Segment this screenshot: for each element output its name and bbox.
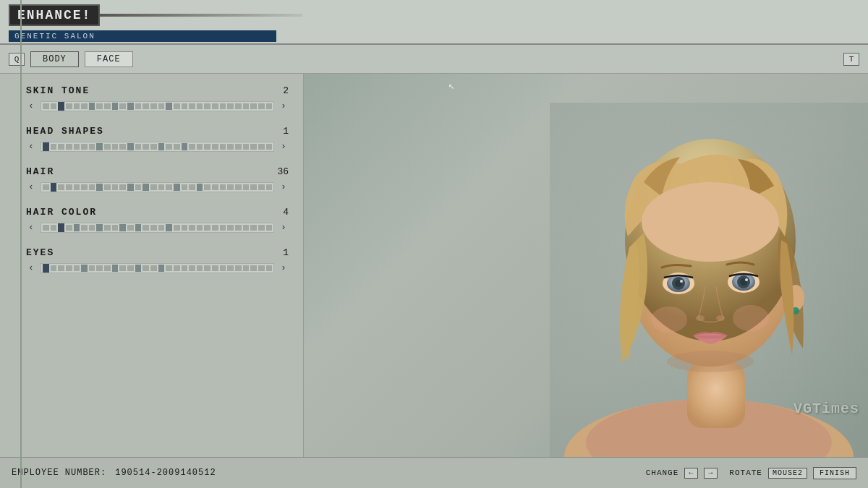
seg-skin-tone-12 (135, 103, 142, 109)
seg-hair-color-1 (51, 225, 57, 231)
seg-head-shapes-1 (51, 144, 57, 150)
option-header-skin-tone: SKIN TONE2 (26, 85, 303, 96)
change-key-left[interactable]: ← (684, 468, 698, 479)
seg-head-shapes-15 (158, 143, 165, 150)
seg-skin-tone-27 (250, 103, 257, 109)
seg-skin-tone-0 (43, 103, 49, 109)
option-label-eyes: EYES (26, 247, 54, 258)
seg-skin-tone-19 (189, 103, 195, 109)
seg-hair-29 (266, 184, 273, 190)
logo-line (100, 14, 302, 17)
slider-track-head-shapes[interactable] (41, 142, 274, 152)
seg-hair-16 (166, 184, 172, 190)
seg-hair-color-18 (182, 225, 188, 231)
mouse2-key[interactable]: MOUSE2 (768, 468, 807, 479)
seg-hair-color-9 (112, 225, 119, 231)
seg-skin-tone-3 (66, 103, 72, 109)
option-value-hair: 36 (277, 166, 289, 177)
right-panel: ↖ (304, 74, 868, 457)
rotate-label: ROTATE (729, 468, 762, 477)
logo-text: ENHANCE! (17, 8, 91, 22)
option-value-eyes: 1 (283, 247, 289, 258)
employee-info: EMPLOYEE NUMBER: 190514-2009140512 (12, 468, 216, 478)
seg-hair-22 (212, 184, 218, 190)
slider-track-eyes[interactable] (41, 263, 274, 273)
seg-head-shapes-5 (81, 144, 88, 150)
seg-head-shapes-29 (266, 144, 273, 150)
arrow-right-eyes[interactable]: › (278, 262, 289, 273)
arrow-left-eyes[interactable]: ‹ (26, 262, 36, 273)
seg-hair-4 (74, 184, 80, 190)
seg-eyes-17 (174, 265, 180, 271)
seg-eyes-26 (243, 265, 250, 271)
arrow-right-head-shapes[interactable]: › (278, 141, 289, 152)
seg-hair-color-16 (166, 224, 172, 231)
seg-hair-0 (43, 184, 49, 190)
seg-skin-tone-20 (197, 103, 203, 109)
seg-eyes-19 (189, 265, 195, 271)
seg-eyes-28 (258, 265, 265, 271)
seg-head-shapes-3 (66, 144, 72, 150)
arrow-left-hair-color[interactable]: ‹ (26, 222, 36, 233)
key-t[interactable]: T (843, 53, 859, 66)
seg-hair-color-6 (89, 225, 95, 231)
seg-eyes-11 (127, 265, 134, 271)
seg-hair-color-7 (96, 224, 103, 231)
seg-head-shapes-16 (166, 144, 172, 150)
seg-skin-tone-7 (96, 103, 103, 109)
arrow-right-hair[interactable]: › (278, 181, 289, 192)
seg-eyes-20 (197, 265, 203, 271)
seg-head-shapes-14 (150, 144, 157, 150)
arrow-left-hair[interactable]: ‹ (26, 181, 36, 192)
slider-row-hair: ‹› (26, 181, 303, 192)
seg-head-shapes-27 (250, 144, 257, 150)
seg-eyes-0 (43, 264, 49, 273)
slider-track-hair[interactable] (41, 182, 274, 192)
slider-track-skin-tone[interactable] (41, 101, 274, 111)
tab-body[interactable]: BODY (30, 51, 79, 67)
arrow-right-skin-tone[interactable]: › (278, 100, 289, 111)
nav-bar: Q BODY FACE T (0, 45, 868, 74)
option-label-head-shapes: HEAD SHAPES (26, 126, 104, 137)
slider-track-hair-color[interactable] (41, 223, 274, 233)
seg-head-shapes-8 (104, 144, 111, 150)
seg-skin-tone-18 (182, 103, 188, 109)
arrow-left-skin-tone[interactable]: ‹ (26, 100, 36, 111)
seg-eyes-15 (158, 265, 165, 272)
arrow-right-hair-color[interactable]: › (278, 222, 289, 233)
slider-segments-eyes (41, 264, 273, 273)
option-label-hair-color: HAIR COLOR (26, 207, 97, 218)
seg-hair-27 (250, 184, 257, 190)
key-q[interactable]: Q (9, 53, 25, 66)
seg-skin-tone-5 (81, 103, 88, 109)
seg-head-shapes-12 (135, 144, 142, 150)
seg-skin-tone-17 (174, 103, 180, 109)
seg-hair-color-24 (227, 225, 234, 231)
option-section-skin-tone: SKIN TONE2‹› (26, 85, 303, 111)
option-label-hair: HAIR (26, 166, 54, 177)
seg-hair-26 (243, 184, 250, 190)
change-key-right[interactable]: → (704, 468, 718, 479)
seg-hair-color-5 (81, 225, 88, 231)
finish-button[interactable]: FINISH (813, 467, 856, 479)
seg-hair-3 (66, 184, 72, 190)
seg-head-shapes-28 (258, 144, 265, 150)
seg-head-shapes-18 (182, 143, 188, 150)
seg-skin-tone-8 (104, 103, 111, 109)
option-section-head-shapes: HEAD SHAPES1‹› (26, 126, 303, 152)
arrow-left-head-shapes[interactable]: ‹ (26, 141, 36, 152)
tab-face[interactable]: FACE (85, 51, 133, 67)
seg-hair-color-20 (197, 225, 203, 231)
seg-head-shapes-10 (119, 144, 126, 150)
seg-hair-1 (51, 183, 57, 192)
slider-segments-head-shapes (41, 142, 273, 151)
seg-hair-color-3 (66, 225, 72, 231)
employee-label: EMPLOYEE NUMBER: (12, 468, 106, 478)
seg-skin-tone-13 (142, 103, 149, 109)
seg-eyes-29 (266, 265, 273, 271)
footer-controls: CHANGE ← → ROTATE MOUSE2 FINISH (646, 467, 856, 479)
slider-row-head-shapes: ‹› (26, 141, 303, 152)
seg-skin-tone-15 (158, 103, 165, 109)
seg-head-shapes-21 (204, 144, 210, 150)
seg-hair-color-26 (243, 225, 250, 231)
